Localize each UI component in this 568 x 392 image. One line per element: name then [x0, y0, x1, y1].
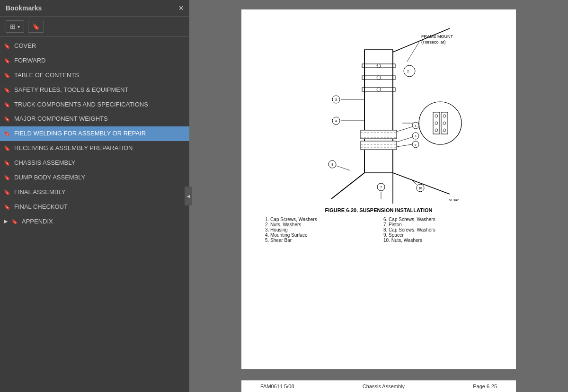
sidebar-item-label: FINAL CHECKOUT: [14, 203, 184, 211]
footer-right: Page 6-25: [473, 383, 497, 389]
document-page: FRAME MOUNT (Horsecollar): [241, 9, 516, 369]
sidebar-item-final-checkout[interactable]: 🔖FINAL CHECKOUT: [0, 200, 189, 214]
sidebar-item-truck-components[interactable]: 🔖TRUCK COMPONENTS AND SPECIFICATIONS: [0, 98, 189, 112]
svg-point-20: [443, 115, 446, 117]
legend-item: 2. Nuts, Washers: [265, 222, 374, 227]
svg-text:3: 3: [335, 98, 337, 101]
svg-line-2: [407, 42, 419, 62]
sidebar-item-chassis[interactable]: 🔖CHASSIS ASSEMBLY: [0, 156, 189, 170]
svg-rect-4: [364, 50, 393, 173]
legend-item: 10. Nuts, Washers: [383, 238, 492, 243]
footer-left: FAM0611 5/08: [260, 383, 294, 389]
svg-text:4: 4: [335, 119, 337, 123]
sidebar-toolbar: ⊞ ▾ 🔖: [0, 17, 189, 37]
svg-point-19: [435, 115, 438, 117]
sidebar-item-label: FINAL ASSEMBLY: [14, 188, 184, 196]
main-content: FRAME MOUNT (Horsecollar): [189, 0, 568, 392]
sidebar-item-label: TRUCK COMPONENTS AND SPECIFICATIONS: [14, 101, 184, 109]
sidebar: Bookmarks × ⊞ ▾ 🔖 🔖COVER🔖FORWARD🔖TABLE O…: [0, 0, 189, 392]
bookmark-icon: 🔖: [4, 116, 11, 122]
bookmark-icon: 🔖: [4, 145, 11, 151]
svg-rect-33: [361, 141, 397, 150]
svg-point-14: [404, 65, 415, 77]
bookmark-icon: 🔖: [4, 87, 11, 93]
svg-line-50: [336, 166, 350, 170]
bookmark-button[interactable]: 🔖: [28, 21, 44, 33]
svg-point-13: [377, 88, 381, 91]
svg-text:(Horsecollar): (Horsecollar): [421, 40, 446, 45]
legend-item: 7. Piston: [383, 222, 492, 227]
bookmark-icon: 🔖: [4, 101, 11, 108]
page-area: FRAME MOUNT (Horsecollar): [189, 0, 568, 380]
sidebar-item-forward[interactable]: 🔖FORWARD: [0, 53, 189, 68]
suspension-diagram: FRAME MOUNT (Horsecollar): [270, 24, 488, 204]
sidebar-item-label: FIELD WELDING FOR ASSEMBLY OR REPAIR: [14, 130, 184, 138]
svg-rect-32: [361, 130, 397, 139]
bookmark-icon: 🔖: [11, 218, 19, 225]
svg-point-24: [443, 129, 446, 132]
svg-line-41: [397, 137, 412, 142]
svg-text:61342: 61342: [449, 198, 460, 202]
collapse-panel-button[interactable]: ◄: [185, 187, 192, 205]
sidebar-item-dump-body[interactable]: 🔖DUMP BODY ASSEMBLY: [0, 170, 189, 185]
sidebar-item-label: RECEIVING & ASSEMBLY PREPARATION: [14, 144, 184, 152]
sidebar-item-final-assembly[interactable]: 🔖FINAL ASSEMBLY: [0, 185, 189, 200]
sidebar-item-receiving[interactable]: 🔖RECEIVING & ASSEMBLY PREPARATION: [0, 141, 189, 156]
close-button[interactable]: ×: [178, 4, 184, 12]
svg-point-21: [435, 122, 438, 125]
legend-item: 5. Shear Bar: [265, 238, 374, 243]
svg-line-44: [397, 144, 412, 147]
bookmark-icon: 🔖: [4, 204, 11, 210]
sidebar-item-major-weights[interactable]: 🔖MAJOR COMPONENT WEIGHTS: [0, 112, 189, 126]
sidebar-item-label: CHASSIS ASSEMBLY: [14, 159, 184, 167]
svg-point-22: [443, 122, 446, 125]
sidebar-title: Bookmarks: [6, 4, 42, 12]
bookmark-icon: 🔖: [4, 189, 11, 196]
sidebar-item-appendix[interactable]: ▶🔖APPENDIX: [0, 214, 189, 229]
sidebar-item-label: TABLE OF CONTENTS: [14, 71, 184, 80]
sidebar-item-label: APPENDIX: [22, 218, 184, 226]
sidebar-item-field-welding[interactable]: 🔖FIELD WELDING FOR ASSEMBLY OR REPAIR: [0, 126, 189, 141]
legend-item: 3. Housing: [265, 227, 374, 232]
bookmark-icon: 🔖: [4, 160, 11, 166]
bookmark-icon: 🔖: [32, 23, 40, 30]
bookmark-icon: 🔖: [4, 72, 11, 79]
svg-point-23: [435, 129, 438, 132]
legend-item: 1. Cap Screws, Washers: [265, 217, 374, 222]
bookmark-icon: 🔖: [4, 43, 11, 49]
bookmark-icon: 🔖: [4, 57, 11, 64]
footer-bar: FAM0611 5/08 Chassis Assembly Page 6-25: [189, 380, 568, 392]
svg-text:10: 10: [418, 187, 422, 190]
svg-text:7: 7: [380, 186, 382, 189]
svg-point-12: [377, 76, 381, 80]
svg-point-16: [419, 102, 462, 144]
svg-line-47: [331, 173, 364, 199]
legend-item: 8. Cap Screws, Washers: [383, 227, 492, 232]
figure-container: FRAME MOUNT (Horsecollar): [260, 24, 497, 243]
sidebar-item-toc[interactable]: 🔖TABLE OF CONTENTS: [0, 68, 189, 83]
figure-title: FIGURE 6-20. SUSPENSION INSTALLATION: [325, 207, 433, 213]
sidebar-item-label: COVER: [14, 42, 184, 50]
expand-all-button[interactable]: ⊞ ▾: [6, 20, 24, 33]
bookmark-list: 🔖COVER🔖FORWARD🔖TABLE OF CONTENTS🔖SAFETY …: [0, 37, 189, 392]
legend-col-left: 1. Cap Screws, Washers2. Nuts, Washers3.…: [265, 217, 374, 243]
bookmark-icon: 🔖: [4, 174, 11, 181]
sidebar-item-label: DUMP BODY ASSEMBLY: [14, 174, 184, 182]
sidebar-item-cover[interactable]: 🔖COVER: [0, 39, 189, 53]
svg-text:2: 2: [407, 70, 409, 73]
legend-item: 6. Cap Screws, Washers: [383, 217, 492, 222]
sidebar-item-label: SAFETY RULES, TOOLS & EQUIPMENT: [14, 86, 184, 94]
sidebar-item-label: FORWARD: [14, 57, 184, 65]
svg-line-38: [397, 127, 412, 132]
figure-legend: 1. Cap Screws, Washers2. Nuts, Washers3.…: [260, 217, 497, 243]
sidebar-item-label: MAJOR COMPONENT WEIGHTS: [14, 115, 184, 123]
svg-text:8: 8: [331, 163, 333, 166]
page-footer: FAM0611 5/08 Chassis Assembly Page 6-25: [241, 380, 516, 392]
sidebar-header: Bookmarks ×: [0, 0, 189, 17]
legend-item: 4. Mounting Surface: [265, 232, 374, 238]
bookmark-icon: 🔖: [4, 130, 11, 137]
dropdown-arrow-icon: ▾: [18, 24, 20, 29]
footer-center: Chassis Assembly: [363, 383, 405, 389]
chevron-right-icon: ▶: [4, 218, 8, 224]
sidebar-item-safety[interactable]: 🔖SAFETY RULES, TOOLS & EQUIPMENT: [0, 83, 189, 98]
